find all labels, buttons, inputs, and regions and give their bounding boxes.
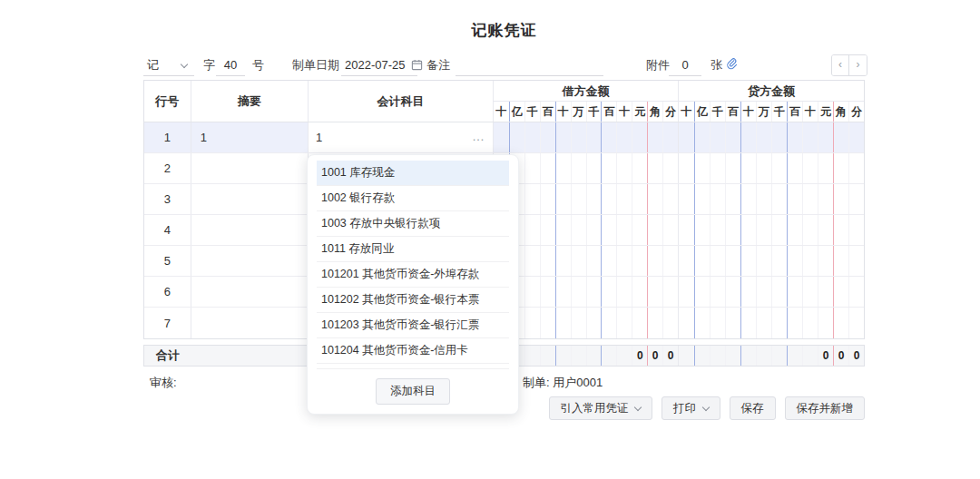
amount-cell[interactable] — [833, 184, 848, 214]
amount-cell[interactable] — [833, 153, 848, 183]
amount-cell[interactable] — [571, 215, 586, 245]
amount-cell[interactable] — [540, 215, 555, 245]
amount-cell[interactable] — [848, 246, 864, 276]
calendar-icon[interactable] — [411, 59, 423, 71]
amount-cell[interactable] — [771, 277, 787, 307]
paperclip-icon[interactable] — [725, 56, 739, 78]
amount-cell[interactable] — [787, 153, 802, 183]
account-option[interactable]: 101202 其他货币资金-银行本票 — [317, 288, 509, 313]
amount-cell[interactable] — [787, 122, 802, 152]
amount-cell[interactable] — [710, 184, 725, 214]
amount-cell[interactable] — [632, 246, 647, 276]
amount-cell[interactable] — [740, 308, 756, 338]
amount-cell[interactable] — [647, 215, 662, 245]
amount-cell[interactable] — [848, 153, 864, 183]
more-icon[interactable]: … — [472, 129, 485, 143]
summary-cell[interactable] — [191, 308, 309, 338]
amount-cell[interactable] — [540, 122, 555, 152]
amount-cell[interactable] — [632, 215, 647, 245]
amount-cell[interactable] — [771, 308, 787, 338]
amount-cell[interactable] — [833, 246, 848, 276]
amount-cell[interactable] — [632, 122, 647, 152]
amount-cell[interactable] — [694, 246, 710, 276]
amount-cell[interactable] — [524, 153, 540, 183]
amount-cell[interactable] — [818, 246, 833, 276]
amount-cell[interactable] — [524, 277, 540, 307]
amount-cell[interactable] — [710, 277, 725, 307]
next-voucher-button[interactable]: › — [849, 55, 867, 75]
voucher-number-input[interactable]: 40 — [216, 54, 245, 76]
amount-cell[interactable] — [616, 308, 632, 338]
amount-cell[interactable] — [601, 246, 616, 276]
amount-cell[interactable] — [756, 308, 771, 338]
amount-cell[interactable] — [524, 184, 540, 214]
amount-cell[interactable] — [662, 122, 678, 152]
amount-cell[interactable] — [848, 277, 864, 307]
account-option[interactable]: 101201 其他货币资金-外埠存款 — [317, 262, 509, 288]
amount-cell[interactable] — [818, 122, 833, 152]
amount-cell[interactable] — [787, 277, 802, 307]
amount-cell[interactable] — [601, 277, 616, 307]
amount-cell[interactable] — [647, 153, 662, 183]
amount-cell[interactable] — [725, 246, 740, 276]
amount-cell[interactable] — [802, 215, 818, 245]
amount-cell[interactable] — [662, 153, 678, 183]
amount-cell[interactable] — [555, 215, 571, 245]
amount-cell[interactable] — [632, 153, 647, 183]
amount-cell[interactable] — [571, 308, 586, 338]
amount-cell[interactable] — [679, 308, 694, 338]
amount-cell[interactable] — [740, 122, 756, 152]
amount-cell[interactable] — [601, 184, 616, 214]
amount-cell[interactable] — [833, 122, 848, 152]
amount-cell[interactable] — [632, 184, 647, 214]
amount-cell[interactable] — [725, 184, 740, 214]
amount-cell[interactable] — [725, 308, 740, 338]
amount-cell[interactable] — [756, 246, 771, 276]
amount-cell[interactable] — [740, 184, 756, 214]
amount-cell[interactable] — [818, 153, 833, 183]
amount-cell[interactable] — [756, 277, 771, 307]
amount-cell[interactable] — [740, 153, 756, 183]
amount-cell[interactable] — [586, 277, 602, 307]
account-cell[interactable]: 1… — [309, 122, 494, 152]
amount-cell[interactable] — [740, 215, 756, 245]
amount-cell[interactable] — [694, 153, 710, 183]
amount-cell[interactable] — [771, 122, 787, 152]
amount-cell[interactable] — [848, 122, 864, 152]
import-common-voucher-button[interactable]: 引入常用凭证 — [549, 396, 652, 420]
account-option[interactable]: 1011 存放同业 — [317, 237, 509, 262]
amount-cell[interactable] — [710, 122, 725, 152]
amount-cell[interactable] — [540, 153, 555, 183]
amount-cell[interactable] — [740, 277, 756, 307]
amount-cell[interactable] — [833, 308, 848, 338]
amount-cell[interactable] — [848, 215, 864, 245]
amount-cell[interactable] — [586, 215, 602, 245]
add-account-button[interactable]: 添加科目 — [376, 378, 450, 405]
amount-cell[interactable] — [647, 184, 662, 214]
amount-cell[interactable] — [787, 215, 802, 245]
amount-cell[interactable] — [524, 246, 540, 276]
amount-cell[interactable] — [647, 246, 662, 276]
amount-cell[interactable] — [694, 277, 710, 307]
account-option[interactable]: 101203 其他货币资金-银行汇票 — [317, 313, 509, 338]
amount-cell[interactable] — [616, 215, 632, 245]
amount-cell[interactable] — [725, 122, 740, 152]
amount-cell[interactable] — [771, 246, 787, 276]
amount-cell[interactable] — [555, 122, 571, 152]
amount-cell[interactable] — [632, 308, 647, 338]
amount-cell[interactable] — [586, 153, 602, 183]
amount-cell[interactable] — [555, 184, 571, 214]
amount-cell[interactable] — [802, 308, 818, 338]
amount-cell[interactable] — [725, 153, 740, 183]
amount-cell[interactable] — [679, 246, 694, 276]
summary-cell[interactable] — [191, 277, 309, 307]
amount-cell[interactable] — [632, 277, 647, 307]
amount-cell[interactable] — [694, 184, 710, 214]
amount-cell[interactable] — [818, 277, 833, 307]
amount-cell[interactable] — [616, 153, 632, 183]
amount-cell[interactable] — [756, 153, 771, 183]
amount-cell[interactable] — [571, 277, 586, 307]
amount-cell[interactable] — [787, 184, 802, 214]
amount-cell[interactable] — [509, 122, 524, 152]
amount-cell[interactable] — [662, 308, 678, 338]
